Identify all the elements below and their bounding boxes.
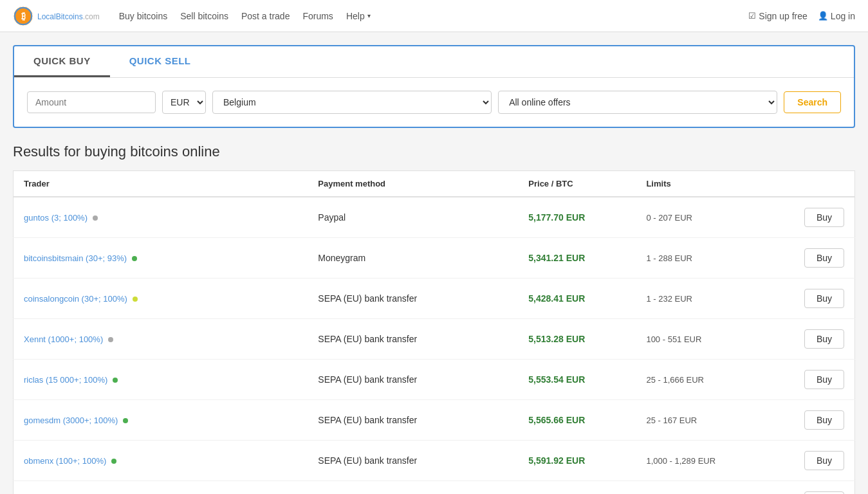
limits-value: 1 - 288 EUR xyxy=(646,253,692,263)
results-title: Results for buying bitcoins online xyxy=(13,143,855,160)
panel-body: EUR USD GBP Belgium France Germany Nethe… xyxy=(14,78,854,127)
price-value: 5,341.21 EUR xyxy=(528,253,585,263)
trader-status-icon xyxy=(133,297,138,302)
login-button[interactable]: 👤 Log in xyxy=(818,11,855,21)
forums-link[interactable]: Forums xyxy=(302,11,333,21)
payment-method: SEPA (EU) bank transfer xyxy=(308,319,518,360)
main-content: QUICK BUY QUICK SELL EUR USD GBP Belgium… xyxy=(0,32,868,494)
col-header-trader: Trader xyxy=(14,171,308,197)
user-icon: 👤 xyxy=(818,11,828,21)
limits-value: 25 - 1,666 EUR xyxy=(646,375,704,385)
bitcoin-logo-icon: ₿ xyxy=(13,6,33,26)
sell-bitcoins-link[interactable]: Sell bitcoins xyxy=(180,11,228,21)
nav-links: Buy bitcoins Sell bitcoins Post a trade … xyxy=(119,11,749,21)
buy-button[interactable]: Buy xyxy=(804,491,844,494)
navbar: ₿ LocalBitcoins.com Buy bitcoins Sell bi… xyxy=(0,0,868,32)
price-value: 5,591.92 EUR xyxy=(528,455,585,466)
panel-tabs: QUICK BUY QUICK SELL xyxy=(14,46,854,78)
post-trade-link[interactable]: Post a trade xyxy=(241,11,290,21)
buy-button[interactable]: Buy xyxy=(804,370,844,389)
col-header-price: Price / BTC xyxy=(518,171,636,197)
quick-panel: QUICK BUY QUICK SELL EUR USD GBP Belgium… xyxy=(13,45,855,128)
table-row: Xennt (1000+; 100%) SEPA (EU) bank trans… xyxy=(14,319,855,360)
col-header-payment: Payment method xyxy=(308,171,518,197)
buy-button[interactable]: Buy xyxy=(804,208,844,227)
payment-method: Moneygram xyxy=(308,238,518,279)
country-select[interactable]: Belgium France Germany Netherlands xyxy=(212,91,492,114)
table-row: bitcoinsbitsmain (30+; 93%) Moneygram 5,… xyxy=(14,238,855,279)
trader-link[interactable]: coinsalongcoin (30+; 100%) xyxy=(24,294,127,304)
trader-link[interactable]: riclas (15 000+; 100%) xyxy=(24,375,107,385)
limits-value: 1 - 232 EUR xyxy=(646,294,692,304)
trader-status-icon xyxy=(113,378,118,383)
payment-method: SEPA (EU) bank transfer xyxy=(308,279,518,319)
trader-link[interactable]: Xennt (1000+; 100%) xyxy=(24,334,103,344)
offer-type-select[interactable]: All online offers Paypal SEPA (EU) bank … xyxy=(498,91,777,114)
col-header-action xyxy=(788,171,855,197)
results-table: Trader Payment method Price / BTC Limits… xyxy=(13,170,855,494)
trader-link[interactable]: guntos (3; 100%) xyxy=(24,213,88,223)
payment-method: SEPA (EU) bank transfer xyxy=(308,400,518,441)
buy-button[interactable]: Buy xyxy=(804,410,844,430)
trader-link[interactable]: obmenx (100+; 100%) xyxy=(24,456,106,466)
limits-value: 25 - 167 EUR xyxy=(646,416,697,425)
currency-select[interactable]: EUR USD GBP xyxy=(162,91,206,114)
limits-value: 0 - 207 EUR xyxy=(646,213,692,223)
trader-status-icon xyxy=(123,418,128,423)
buy-button[interactable]: Buy xyxy=(804,329,844,349)
col-header-limits: Limits xyxy=(636,171,787,197)
nav-right: ☑ Sign up free 👤 Log in xyxy=(748,11,855,21)
price-value: 5,565.66 EUR xyxy=(528,415,585,425)
svg-text:₿: ₿ xyxy=(21,11,26,21)
price-value: 5,177.70 EUR xyxy=(528,212,585,223)
buy-button[interactable]: Buy xyxy=(804,248,844,268)
table-row: milindfo (1000+; 100%) SEPA (EU) bank tr… xyxy=(14,481,855,495)
limits-value: 1,000 - 1,289 EUR xyxy=(646,456,716,466)
login-label: Log in xyxy=(831,11,855,21)
trader-status-icon xyxy=(108,337,113,342)
tab-quick-sell[interactable]: QUICK SELL xyxy=(110,46,210,77)
buy-button[interactable]: Buy xyxy=(804,289,844,308)
signup-button[interactable]: ☑ Sign up free xyxy=(748,11,808,21)
payment-method: SEPA (EU) bank transfer xyxy=(308,481,518,495)
brand-logo[interactable]: ₿ LocalBitcoins.com xyxy=(13,6,100,26)
trader-status-icon xyxy=(111,459,116,464)
amount-input[interactable] xyxy=(27,91,156,113)
price-value: 5,553.54 EUR xyxy=(528,374,585,385)
trader-status-icon xyxy=(93,215,98,221)
payment-method: Paypal xyxy=(308,197,518,238)
search-button[interactable]: Search xyxy=(784,91,841,113)
table-row: riclas (15 000+; 100%) SEPA (EU) bank tr… xyxy=(14,360,855,400)
limits-value: 100 - 551 EUR xyxy=(646,334,701,344)
payment-method: SEPA (EU) bank transfer xyxy=(308,441,518,481)
tab-quick-buy[interactable]: QUICK BUY xyxy=(14,46,110,77)
chevron-down-icon: ▾ xyxy=(367,12,371,19)
signup-label: Sign up free xyxy=(759,11,808,21)
price-value: 5,513.28 EUR xyxy=(528,334,585,344)
table-row: obmenx (100+; 100%) SEPA (EU) bank trans… xyxy=(14,441,855,481)
trader-status-icon xyxy=(132,256,137,261)
trader-link[interactable]: bitcoinsbitsmain (30+; 93%) xyxy=(24,253,127,263)
table-row: guntos (3; 100%) Paypal 5,177.70 EUR 0 -… xyxy=(14,197,855,238)
buy-bitcoins-link[interactable]: Buy bitcoins xyxy=(119,11,167,21)
price-value: 5,428.41 EUR xyxy=(528,293,585,304)
checkbox-icon: ☑ xyxy=(748,11,756,21)
table-row: coinsalongcoin (30+; 100%) SEPA (EU) ban… xyxy=(14,279,855,319)
table-row: gomesdm (3000+; 100%) SEPA (EU) bank tra… xyxy=(14,400,855,441)
brand-name: LocalBitcoins.com xyxy=(37,9,100,23)
buy-button[interactable]: Buy xyxy=(804,451,844,470)
table-header-row: Trader Payment method Price / BTC Limits xyxy=(14,171,855,197)
payment-method: SEPA (EU) bank transfer xyxy=(308,360,518,400)
help-dropdown[interactable]: Help ▾ xyxy=(346,11,371,21)
trader-link[interactable]: gomesdm (3000+; 100%) xyxy=(24,416,118,425)
help-label: Help xyxy=(346,11,365,21)
